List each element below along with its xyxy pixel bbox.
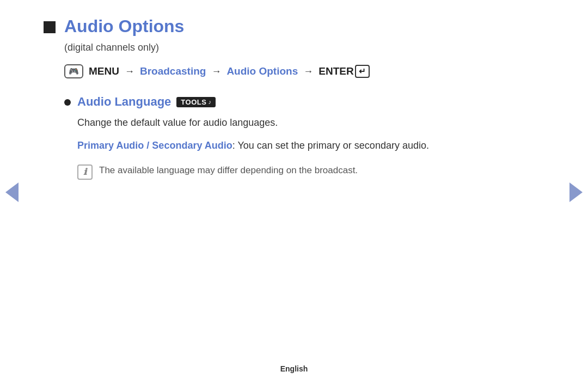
audio-language-label: Audio Language bbox=[77, 95, 171, 109]
section-heading: Audio Language TOOLS♪ bbox=[77, 95, 216, 109]
enter-text: ENTER bbox=[318, 65, 353, 77]
bullet-icon bbox=[64, 99, 71, 106]
menu-icon: 🎮 bbox=[64, 64, 83, 78]
note-text: The available language may differ depend… bbox=[99, 163, 358, 178]
breadcrumb-broadcasting: Broadcasting bbox=[140, 65, 206, 77]
breadcrumb: 🎮 MENU → Broadcasting → Audio Options → … bbox=[64, 64, 490, 78]
arrow-1: → bbox=[125, 66, 134, 77]
note-row: ℹ The available language may differ depe… bbox=[77, 163, 490, 180]
arrow-2: → bbox=[211, 66, 221, 77]
breadcrumb-audio-options: Audio Options bbox=[226, 65, 298, 77]
arrow-3: → bbox=[303, 66, 313, 77]
primary-secondary-suffix: : You can set the primary or secondary a… bbox=[232, 140, 429, 151]
nav-arrow-left[interactable] bbox=[5, 182, 19, 202]
enter-box-icon: ↵ bbox=[355, 65, 370, 78]
page-title: Audio Options bbox=[64, 16, 184, 36]
note-icon: ℹ bbox=[77, 164, 93, 180]
page-subtitle: (digital channels only) bbox=[64, 42, 490, 53]
main-content: Audio Options (digital channels only) 🎮 … bbox=[0, 0, 534, 196]
menu-label: MENU bbox=[89, 65, 119, 77]
nav-arrow-right[interactable] bbox=[569, 182, 583, 202]
primary-secondary-text: Primary Audio / Secondary Audio: You can… bbox=[77, 138, 490, 154]
enter-label: ENTER↵ bbox=[318, 65, 369, 78]
primary-secondary-highlight: Primary Audio / Secondary Audio bbox=[77, 140, 232, 151]
title-square-icon bbox=[44, 21, 56, 33]
section-item-audio-language: Audio Language TOOLS♪ bbox=[64, 95, 490, 109]
music-note-icon: ♪ bbox=[208, 99, 211, 105]
tools-badge: TOOLS♪ bbox=[176, 97, 216, 107]
title-row: Audio Options bbox=[44, 16, 490, 36]
footer-language: English bbox=[280, 364, 308, 373]
audio-language-description: Change the default value for audio langu… bbox=[77, 115, 490, 130]
